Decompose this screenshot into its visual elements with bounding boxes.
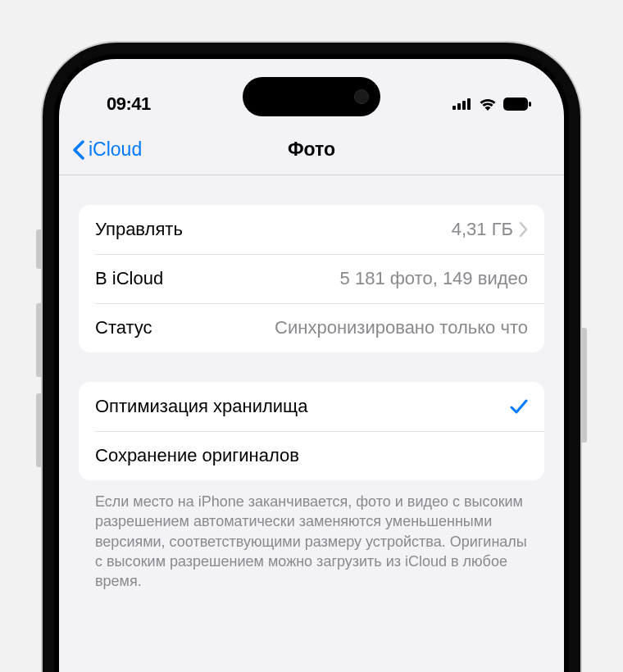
manage-storage-row[interactable]: Управлять 4,31 ГБ: [79, 205, 544, 254]
chevron-right-icon: [520, 222, 528, 237]
in-icloud-label: В iCloud: [95, 268, 163, 289]
footer-explanation: Если место на iPhone заканчивается, фото…: [79, 492, 544, 591]
phone-side-button-power: [580, 328, 587, 443]
phone-inner-border: 09:41: [54, 54, 569, 672]
download-label: Сохранение оригиналов: [95, 445, 299, 466]
chevron-left-icon: [72, 140, 85, 160]
outer-container: 09:41: [0, 0, 623, 672]
optimize-storage-option[interactable]: Оптимизация хранилища: [79, 382, 544, 431]
phone-side-button-volume-up: [36, 303, 43, 377]
storage-option-group: Оптимизация хранилища Сохранение оригина…: [79, 382, 544, 480]
content: Управлять 4,31 ГБ В iCloud 5 181 фото, 1…: [59, 175, 564, 591]
front-camera: [354, 89, 369, 104]
dynamic-island: [243, 77, 380, 116]
battery-icon: [503, 98, 531, 111]
svg-rect-2: [462, 101, 466, 110]
svg-rect-4: [503, 98, 528, 111]
svg-rect-5: [529, 102, 531, 107]
cellular-icon: [452, 98, 472, 110]
svg-rect-0: [452, 106, 456, 110]
manage-value: 4,31 ГБ: [452, 219, 513, 240]
svg-rect-3: [467, 98, 471, 110]
in-icloud-value: 5 181 фото, 149 видео: [178, 268, 528, 289]
status-value: Синхронизировано только что: [167, 317, 528, 338]
phone-side-button-silent: [36, 229, 43, 269]
phone-side-button-volume-down: [36, 393, 43, 467]
status-label: Статус: [95, 317, 152, 338]
nav-bar: iCloud Фото: [59, 125, 564, 175]
in-icloud-row: В iCloud 5 181 фото, 149 видео: [79, 254, 544, 303]
status-row: Статус Синхронизировано только что: [79, 303, 544, 352]
back-button[interactable]: iCloud: [72, 138, 142, 161]
screen: 09:41: [59, 59, 564, 672]
status-icons: [452, 98, 531, 111]
status-time: 09:41: [107, 93, 151, 115]
svg-rect-1: [457, 103, 461, 110]
back-label: iCloud: [89, 138, 142, 161]
phone-frame: 09:41: [43, 43, 580, 672]
manage-label: Управлять: [95, 219, 183, 240]
info-group: Управлять 4,31 ГБ В iCloud 5 181 фото, 1…: [79, 205, 544, 352]
wifi-icon: [479, 98, 497, 111]
optimize-label: Оптимизация хранилища: [95, 396, 307, 417]
download-originals-option[interactable]: Сохранение оригиналов: [79, 431, 544, 480]
nav-title: Фото: [288, 138, 335, 161]
checkmark-icon: [510, 397, 528, 415]
